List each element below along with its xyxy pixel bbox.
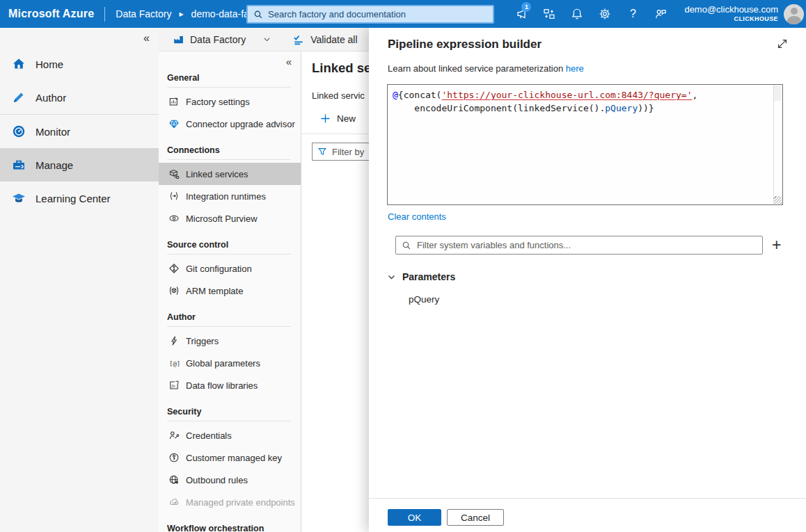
sidebar-item-label: Linked services (186, 169, 248, 179)
left-nav: « Home Author Monitor Manage Learning Ce… (0, 28, 159, 532)
sidebar-item-label: Integration runtimes (186, 191, 266, 202)
avatar[interactable] (784, 4, 804, 24)
sidebar-item-arm-template[interactable]: ARM template (159, 280, 301, 302)
sidebar-item-global-parameters[interactable]: [@] Global parameters (159, 352, 301, 374)
sidebar-item-customer-managed-key[interactable]: Customer managed key (159, 446, 301, 469)
sidebar-item-label: ARM template (186, 286, 243, 296)
sidebar-item-label: Microsoft Purview (186, 213, 258, 224)
announcements-button[interactable]: 1 (507, 0, 535, 28)
functions-filter-input[interactable] (417, 240, 762, 250)
cancel-button[interactable]: Cancel (447, 509, 504, 526)
sidebar-item-outbound-rules[interactable]: Outbound rules (159, 469, 301, 491)
add-parameter-button[interactable]: + (772, 235, 781, 255)
breadcrumb-app[interactable]: Data Factory (116, 8, 171, 19)
gauge-icon (12, 124, 26, 138)
factory-icon (173, 33, 184, 45)
notifications-button[interactable] (563, 0, 591, 28)
sidebar-item-linked-services[interactable]: Linked services (159, 163, 301, 185)
sidebar-item-label: Outbound rules (186, 475, 248, 485)
home-icon (12, 57, 26, 71)
chevron-down-icon (387, 273, 396, 282)
ok-button[interactable]: OK (388, 509, 441, 526)
sidebar-item-label: Global parameters (186, 358, 260, 369)
validate-all-icon (292, 33, 305, 46)
code-token: encodeUriComponent(linkedService(). (393, 103, 605, 113)
fx-library-icon: fx (168, 380, 180, 391)
section-header-general: General (167, 73, 291, 88)
here-link[interactable]: here (566, 63, 584, 74)
sidebar-item-microsoft-purview[interactable]: Microsoft Purview (159, 207, 301, 229)
global-search[interactable] (246, 5, 494, 24)
feedback-icon (654, 8, 667, 20)
feedback-button[interactable] (647, 0, 674, 28)
sidebar-item-integration-runtimes[interactable]: Integration runtimes (159, 185, 301, 207)
collapse-sidebar-icon[interactable]: « (286, 56, 292, 67)
filter-funnel-icon (317, 147, 327, 156)
factory-selector[interactable]: Data Factory (173, 33, 246, 45)
new-button-label: New (337, 113, 356, 124)
announcement-badge: 1 (521, 2, 531, 12)
sidebar-item-label: Git configuration (186, 264, 252, 274)
code-token: pQuery (605, 103, 638, 113)
nav-item-learning-center[interactable]: Learning Center (0, 182, 159, 215)
sidebar-item-data-flow-libraries[interactable]: fx Data flow libraries (159, 374, 301, 396)
nav-item-monitor[interactable]: Monitor (0, 115, 159, 148)
help-button[interactable]: ? (619, 0, 647, 28)
settings-button[interactable] (591, 0, 619, 28)
functions-filter-box[interactable] (395, 236, 763, 255)
switch-button[interactable] (535, 0, 563, 28)
switch-icon (543, 8, 555, 20)
notifications-icon (571, 8, 583, 20)
nav-item-author[interactable]: Author (0, 81, 159, 114)
linked-services-icon (168, 168, 180, 179)
sidebar-item-git-configuration[interactable]: Git configuration (159, 257, 301, 280)
sidebar-item-label: Triggers (186, 336, 219, 346)
graduation-cap-icon (12, 191, 26, 205)
editor-scrollbar-thumb[interactable] (774, 86, 782, 101)
pipeline-expression-builder-dialog: Pipeline expression builder Learn about … (369, 28, 806, 532)
sidebar-item-label: Credentials (186, 430, 232, 441)
chevron-down-icon[interactable] (262, 35, 271, 44)
eye-icon (168, 213, 180, 224)
info-text: Learn about linked service parameterizat… (388, 63, 566, 74)
dialog-title: Pipeline expression builder (388, 38, 806, 51)
gear-icon (599, 8, 611, 20)
expression-editor[interactable]: @{concat('https://your-clickhouse-url.co… (387, 84, 783, 205)
nav-item-home[interactable]: Home (0, 47, 159, 81)
managed-key-icon (168, 452, 180, 463)
validate-all-button[interactable]: Validate all (292, 33, 357, 46)
section-header-connections: Connections (167, 145, 291, 160)
search-input[interactable] (268, 9, 493, 19)
parameter-pquery[interactable]: pQuery (409, 294, 439, 305)
divider (104, 7, 105, 22)
clear-contents-link[interactable]: Clear contents (388, 211, 446, 222)
diamond-icon (168, 118, 180, 129)
code-line: @{concat('https://your-clickhouse-url.co… (393, 88, 767, 102)
azure-brand[interactable]: Microsoft Azure (8, 8, 94, 20)
manage-sidebar: « General Factory settings Connector upg… (159, 52, 301, 532)
credentials-icon (168, 430, 180, 441)
toolbox-icon (12, 158, 26, 172)
git-branch-icon (168, 263, 180, 274)
nav-item-label: Author (35, 92, 66, 104)
account-info[interactable]: demo@clickhouse.com CLICKHOUSE (684, 5, 778, 22)
sidebar-item-label: Factory settings (186, 97, 250, 107)
resize-grip-icon[interactable] (774, 196, 782, 204)
sidebar-item-triggers[interactable]: Triggers (159, 330, 301, 352)
parameters-section-toggle[interactable]: Parameters (387, 271, 806, 282)
sidebar-item-label: Connector upgrade advisor (186, 119, 295, 129)
breadcrumb-arrow-icon: ▶ (179, 11, 183, 17)
search-icon (253, 10, 263, 19)
sidebar-item-credentials[interactable]: Credentials (159, 424, 301, 446)
sidebar-item-connector-upgrade-advisor[interactable]: Connector upgrade advisor (159, 113, 301, 135)
functions-filter-row: + (395, 236, 806, 255)
arm-template-icon (168, 285, 180, 296)
collapse-nav-icon[interactable]: « (143, 32, 150, 45)
section-header-author: Author (167, 312, 291, 327)
sidebar-item-managed-private-endpoints[interactable]: Managed private endpoints (159, 491, 301, 513)
editor-scrollbar[interactable] (773, 85, 774, 204)
sidebar-item-label: Managed private endpoints (186, 497, 295, 508)
nav-item-manage[interactable]: Manage (0, 148, 159, 182)
sidebar-item-factory-settings[interactable]: Factory settings (159, 90, 301, 113)
expand-dialog-button[interactable] (776, 38, 789, 53)
